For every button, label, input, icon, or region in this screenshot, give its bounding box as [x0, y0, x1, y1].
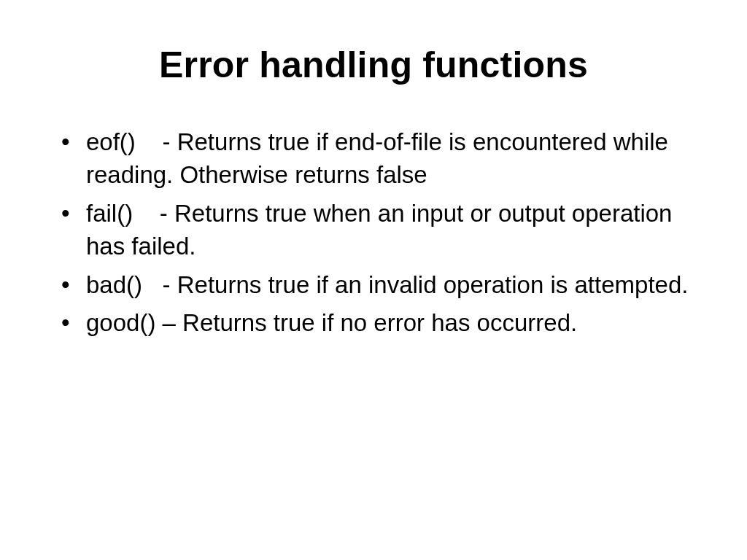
bullet-item: bad() - Returns true if an invalid opera…	[51, 269, 696, 302]
bullet-item: fail() - Returns true when an input or o…	[51, 198, 696, 263]
slide: Error handling functions eof() - Returns…	[0, 0, 747, 560]
slide-body: eof() - Returns true if end-of-file is e…	[51, 126, 696, 346]
bullet-item: eof() - Returns true if end-of-file is e…	[51, 126, 696, 192]
bullet-item: good() – Returns true if no error has oc…	[51, 307, 696, 340]
slide-title: Error handling functions	[51, 44, 696, 86]
